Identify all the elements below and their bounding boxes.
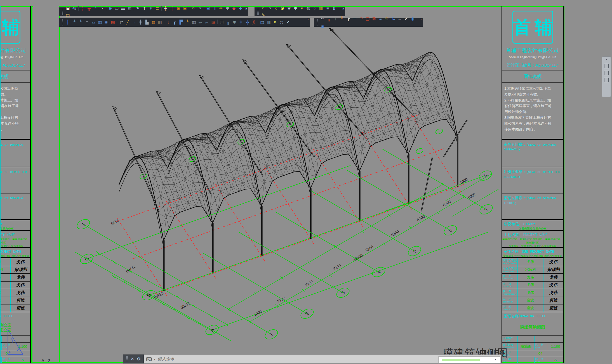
grid-frame2-icon[interactable]: ⊟ xyxy=(182,5,188,12)
lamp-on-icon[interactable]: ¤ xyxy=(190,5,197,12)
door-icon[interactable]: ▮ xyxy=(211,5,218,12)
doc-flat-icon[interactable]: ▥ xyxy=(265,19,272,25)
section-red-icon[interactable]: ╥ xyxy=(326,15,332,22)
close-icon[interactable]: ✕ xyxy=(420,18,422,21)
toolbar-layers[interactable]: ¤¤○◉❄❄☀◍◌▥≡⇊✎ ✕ xyxy=(255,7,345,16)
drag-handle-icon[interactable] xyxy=(126,356,128,362)
close-icon[interactable]: ✕ xyxy=(307,18,309,21)
pile-icon[interactable]: ╨ xyxy=(339,15,345,22)
crosshair-icon[interactable]: ⊕ xyxy=(107,5,114,12)
clear-red-icon[interactable]: ▨ xyxy=(210,19,216,25)
select-pan-icon[interactable]: ▣ xyxy=(65,5,71,12)
align-left-icon[interactable]: ≡ xyxy=(84,19,90,25)
close-icon[interactable]: ✕ xyxy=(342,8,344,10)
sort-12-icon[interactable]: ⇅ xyxy=(390,15,397,22)
brush-format-icon[interactable]: ✏ xyxy=(319,15,326,22)
layer-edit-icon[interactable]: ✎ xyxy=(260,12,267,18)
toolbar-grip[interactable] xyxy=(317,19,318,25)
axis-grid-icon[interactable]: ╬ xyxy=(79,5,86,12)
recent-commands-icon[interactable]: ▾ xyxy=(154,358,155,361)
layer-viewport-icon[interactable]: ¤ xyxy=(267,5,273,12)
close-icon[interactable]: ✕ xyxy=(131,356,134,361)
toolbar-detail[interactable]: ✏╥↓╨┏─◠▢⊠≡⊕⇅AB✔◉⊞ ✕ xyxy=(314,18,423,27)
insert-down-icon[interactable]: ↓ xyxy=(165,19,171,25)
scroll-up-icon[interactable]: ▲ xyxy=(494,358,497,361)
toolbar-structure[interactable]: ╂┻┗≡KZ▦▣▧⇄╱→╋▙▦▥↓┏▛┗▦WKPK▨▢╥⊕┿╬╳▤▥¤◎↗ ✕ xyxy=(59,18,310,27)
close-icon[interactable]: ✕ xyxy=(245,8,247,10)
toolbar-grip[interactable] xyxy=(62,9,63,15)
dim-swap-icon[interactable]: ⇄ xyxy=(118,19,124,25)
label-ab-icon[interactable]: AB xyxy=(397,16,403,23)
docked-panel-tab[interactable]: × xyxy=(602,56,611,97)
freeze-vp-icon[interactable]: ❄ xyxy=(292,5,299,12)
truss-beam-icon[interactable]: ╫ xyxy=(163,5,169,12)
panel-icon[interactable] xyxy=(604,78,609,82)
zoom-preview-icon[interactable]: ◎ xyxy=(71,5,77,12)
window-grid-icon[interactable]: ⊞ xyxy=(205,5,211,12)
axis-corner-icon[interactable]: ┗ xyxy=(77,19,84,25)
text-style-icon[interactable]: ✎ xyxy=(135,5,141,12)
grid-delete-icon[interactable]: ▧ xyxy=(110,19,116,25)
small-table-icon[interactable]: ▦ xyxy=(191,19,197,25)
bridge-icon[interactable]: ╥ xyxy=(225,19,231,25)
column-teal-icon[interactable]: ╧ xyxy=(92,5,99,12)
dim-batch-icon[interactable]: ╱ xyxy=(124,19,131,25)
dim-right-icon[interactable]: → xyxy=(131,19,137,25)
freeze-layer-icon[interactable]: ❄ xyxy=(286,5,292,12)
brush-icon[interactable]: ✏ xyxy=(218,5,224,12)
close-icon[interactable]: × xyxy=(606,58,607,61)
check-icon[interactable]: ✔ xyxy=(403,15,409,22)
insert-down2-icon[interactable]: ↓ xyxy=(332,15,339,22)
lamp-off-icon[interactable]: ¤ xyxy=(197,5,203,12)
layer-on-icon[interactable]: ¤ xyxy=(260,5,267,12)
glass-wall-icon[interactable]: ▨ xyxy=(126,5,133,12)
bulb-small-icon[interactable]: ¤ xyxy=(272,19,278,25)
doc-search-icon[interactable]: ◎ xyxy=(278,19,285,25)
layout-page-icon[interactable]: ▛ xyxy=(178,19,184,25)
solid-wall-icon[interactable]: ▬ xyxy=(120,5,126,12)
axis-dots-icon[interactable]: ╥ xyxy=(86,5,92,12)
corner-l-icon[interactable]: ┏ xyxy=(171,19,178,25)
doc-up-icon[interactable]: ▤ xyxy=(259,19,265,25)
target-orange-icon[interactable]: ⊕ xyxy=(384,15,390,22)
wall-icon[interactable]: ▭ xyxy=(114,5,120,12)
dim-h-icon[interactable]: ┿ xyxy=(238,19,244,25)
spline-red-icon[interactable]: ◠ xyxy=(358,15,364,22)
bulb-glow-icon[interactable]: ◉ xyxy=(279,5,286,12)
thaw-sun-icon[interactable]: ☀ xyxy=(299,5,305,12)
dim-grid-icon[interactable]: ╬ xyxy=(244,19,251,25)
paste-icon[interactable]: ▤ xyxy=(65,12,71,18)
grid-orange-icon[interactable]: ▦ xyxy=(150,19,157,25)
lock-layer-icon[interactable]: ◍ xyxy=(305,5,312,12)
unlock-layer-icon[interactable]: ◌ xyxy=(312,5,318,12)
label-wk-icon[interactable]: WK xyxy=(197,20,204,26)
command-input[interactable]: >_ ▾ 键入命令 ▲ xyxy=(144,354,502,363)
xframe-red-icon[interactable]: ⊠ xyxy=(371,15,377,22)
bulb-icon[interactable]: ○ xyxy=(273,5,279,12)
pan-move-icon[interactable]: ✚ xyxy=(237,5,244,12)
panel-grid-icon[interactable]: ⊞ xyxy=(319,23,326,30)
multi-text-icon[interactable]: Ŧ xyxy=(148,5,154,12)
layer-merge-icon[interactable]: ⇊ xyxy=(331,5,337,12)
toolbar-main[interactable]: ▣◎╬╥╧◔⊕▭▬▨✎TŦ≣╫╪⊞⊟¤¤⊞▮✏❄◆✚▤ ✕ xyxy=(59,7,248,16)
wall-grid-icon[interactable]: ╋ xyxy=(137,19,144,25)
block-corner-icon[interactable]: ▙ xyxy=(144,19,150,25)
compass-icon[interactable]: ◔ xyxy=(99,5,105,12)
help-globe-icon[interactable]: ◉ xyxy=(409,15,416,22)
table-grid-icon[interactable]: ▦ xyxy=(97,19,103,25)
command-bar[interactable]: ✕ ⚙ >_ ▾ 键入命令 ▲ xyxy=(123,354,502,363)
grid-copy-icon[interactable]: ▣ xyxy=(103,19,110,25)
command-text-area[interactable]: ▲ xyxy=(438,356,500,363)
panel-icon[interactable] xyxy=(604,71,609,75)
layer-stack-icon[interactable]: ≡ xyxy=(324,5,331,12)
grid-cell-icon[interactable]: ▥ xyxy=(157,19,163,25)
export-arrow-icon[interactable]: ↗ xyxy=(285,19,291,25)
move-node-icon[interactable]: ◆ xyxy=(231,5,237,12)
axis-insert-icon[interactable]: ┻ xyxy=(71,19,77,25)
frame-blue-icon[interactable]: ▢ xyxy=(218,19,225,25)
customize-wrench-icon[interactable]: ⚙ xyxy=(137,356,141,361)
center-move-icon[interactable]: ⊕ xyxy=(231,19,238,25)
spray-icon[interactable]: ❄ xyxy=(224,5,231,12)
edit-text-icon[interactable]: ≣ xyxy=(154,5,161,12)
stair-icon[interactable]: ┗ xyxy=(184,19,191,25)
